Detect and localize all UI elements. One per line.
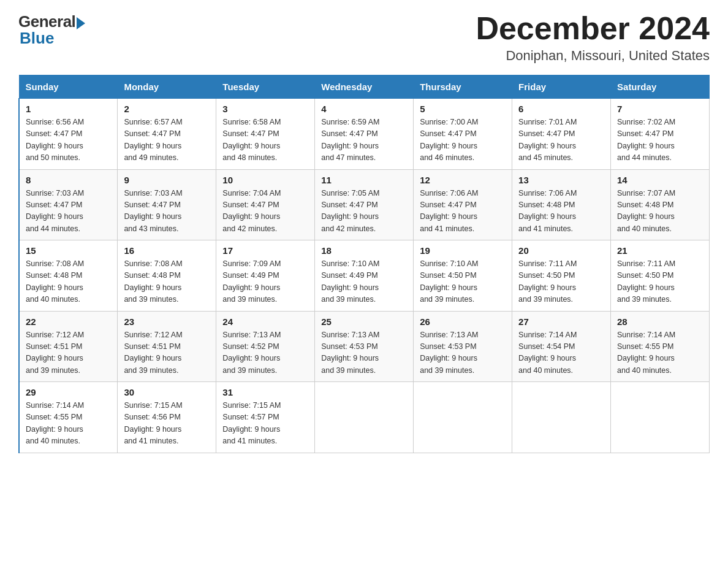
header-friday: Friday [512, 75, 611, 99]
logo-blue-text: Blue [20, 29, 54, 48]
title-section: December 2024 Doniphan, Missouri, United… [476, 12, 710, 64]
day-info: Sunrise: 7:03 AMSunset: 4:47 PMDaylight:… [124, 188, 210, 236]
day-info: Sunrise: 7:15 AMSunset: 4:57 PMDaylight:… [222, 400, 308, 448]
day-number: 23 [124, 316, 210, 327]
day-info: Sunrise: 7:01 AMSunset: 4:47 PMDaylight:… [518, 117, 604, 164]
calendar-header-row: SundayMondayTuesdayWednesdayThursdayFrid… [19, 75, 710, 99]
day-number: 15 [26, 245, 111, 256]
calendar-cell: 7Sunrise: 7:02 AMSunset: 4:47 PMDaylight… [611, 99, 710, 170]
calendar-cell [611, 382, 710, 453]
day-number: 26 [420, 316, 506, 327]
calendar-cell: 15Sunrise: 7:08 AMSunset: 4:48 PMDayligh… [19, 240, 118, 312]
day-info: Sunrise: 6:59 AMSunset: 4:47 PMDaylight:… [321, 117, 407, 164]
calendar-cell: 25Sunrise: 7:13 AMSunset: 4:53 PMDayligh… [315, 311, 414, 382]
calendar-week-row: 1Sunrise: 6:56 AMSunset: 4:47 PMDaylight… [19, 99, 710, 170]
calendar-cell: 30Sunrise: 7:15 AMSunset: 4:56 PMDayligh… [118, 382, 216, 453]
calendar-cell: 6Sunrise: 7:01 AMSunset: 4:47 PMDaylight… [512, 99, 611, 170]
day-info: Sunrise: 7:07 AMSunset: 4:48 PMDaylight:… [617, 188, 703, 236]
day-info: Sunrise: 7:05 AMSunset: 4:47 PMDaylight:… [321, 188, 407, 236]
calendar-week-row: 15Sunrise: 7:08 AMSunset: 4:48 PMDayligh… [19, 240, 710, 312]
day-info: Sunrise: 6:57 AMSunset: 4:47 PMDaylight:… [124, 117, 210, 164]
header-sunday: Sunday [19, 75, 118, 99]
day-number: 14 [617, 175, 703, 185]
day-info: Sunrise: 7:12 AMSunset: 4:51 PMDaylight:… [124, 329, 210, 377]
calendar-cell: 18Sunrise: 7:10 AMSunset: 4:49 PMDayligh… [315, 240, 414, 312]
location: Doniphan, Missouri, United States [476, 48, 710, 64]
calendar-cell: 11Sunrise: 7:05 AMSunset: 4:47 PMDayligh… [315, 169, 414, 240]
calendar-cell: 13Sunrise: 7:06 AMSunset: 4:48 PMDayligh… [512, 169, 611, 240]
header-saturday: Saturday [611, 75, 710, 99]
calendar-cell: 19Sunrise: 7:10 AMSunset: 4:50 PMDayligh… [414, 240, 512, 312]
calendar-cell: 31Sunrise: 7:15 AMSunset: 4:57 PMDayligh… [216, 382, 315, 453]
calendar-week-row: 29Sunrise: 7:14 AMSunset: 4:55 PMDayligh… [19, 382, 710, 453]
day-number: 30 [124, 387, 210, 397]
calendar-cell: 9Sunrise: 7:03 AMSunset: 4:47 PMDaylight… [118, 169, 216, 240]
day-number: 5 [420, 104, 506, 114]
day-number: 3 [222, 104, 308, 114]
day-info: Sunrise: 7:06 AMSunset: 4:47 PMDaylight:… [420, 188, 506, 236]
logo: General Blue [18, 12, 85, 48]
day-number: 31 [222, 387, 308, 397]
day-number: 2 [124, 104, 210, 114]
day-number: 18 [321, 245, 407, 256]
calendar-week-row: 8Sunrise: 7:03 AMSunset: 4:47 PMDaylight… [19, 169, 710, 240]
calendar-cell: 28Sunrise: 7:14 AMSunset: 4:55 PMDayligh… [611, 311, 710, 382]
day-info: Sunrise: 7:14 AMSunset: 4:55 PMDaylight:… [26, 400, 111, 448]
day-number: 27 [518, 316, 604, 327]
calendar-cell: 10Sunrise: 7:04 AMSunset: 4:47 PMDayligh… [216, 169, 315, 240]
day-info: Sunrise: 7:06 AMSunset: 4:48 PMDaylight:… [518, 188, 604, 236]
day-number: 24 [222, 316, 308, 327]
day-info: Sunrise: 7:02 AMSunset: 4:47 PMDaylight:… [617, 117, 703, 164]
day-info: Sunrise: 7:11 AMSunset: 4:50 PMDaylight:… [617, 258, 703, 306]
header-wednesday: Wednesday [315, 75, 414, 99]
calendar-cell: 27Sunrise: 7:14 AMSunset: 4:54 PMDayligh… [512, 311, 611, 382]
calendar-cell [414, 382, 512, 453]
day-number: 20 [518, 245, 604, 256]
day-info: Sunrise: 7:12 AMSunset: 4:51 PMDaylight:… [26, 329, 111, 377]
calendar-cell: 8Sunrise: 7:03 AMSunset: 4:47 PMDaylight… [19, 169, 118, 240]
day-number: 28 [617, 316, 703, 327]
day-number: 9 [124, 175, 210, 185]
day-number: 25 [321, 316, 407, 327]
day-number: 22 [26, 316, 111, 327]
day-info: Sunrise: 6:56 AMSunset: 4:47 PMDaylight:… [26, 117, 111, 164]
day-info: Sunrise: 7:13 AMSunset: 4:52 PMDaylight:… [222, 329, 308, 377]
calendar-cell: 21Sunrise: 7:11 AMSunset: 4:50 PMDayligh… [611, 240, 710, 312]
calendar-cell: 1Sunrise: 6:56 AMSunset: 4:47 PMDaylight… [19, 99, 118, 170]
day-info: Sunrise: 7:13 AMSunset: 4:53 PMDaylight:… [420, 329, 506, 377]
day-number: 17 [222, 245, 308, 256]
calendar-table: SundayMondayTuesdayWednesdayThursdayFrid… [18, 75, 710, 453]
calendar-cell: 23Sunrise: 7:12 AMSunset: 4:51 PMDayligh… [118, 311, 216, 382]
logo-arrow-icon [77, 17, 85, 29]
day-number: 21 [617, 245, 703, 256]
day-number: 7 [617, 104, 703, 114]
day-info: Sunrise: 7:00 AMSunset: 4:47 PMDaylight:… [420, 117, 506, 164]
day-number: 16 [124, 245, 210, 256]
day-info: Sunrise: 7:11 AMSunset: 4:50 PMDaylight:… [518, 258, 604, 306]
day-number: 8 [26, 175, 111, 185]
calendar-cell: 3Sunrise: 6:58 AMSunset: 4:47 PMDaylight… [216, 99, 315, 170]
day-number: 10 [222, 175, 308, 185]
header-tuesday: Tuesday [216, 75, 315, 99]
day-info: Sunrise: 7:13 AMSunset: 4:53 PMDaylight:… [321, 329, 407, 377]
calendar-cell: 16Sunrise: 7:08 AMSunset: 4:48 PMDayligh… [118, 240, 216, 312]
day-info: Sunrise: 7:14 AMSunset: 4:55 PMDaylight:… [617, 329, 703, 377]
day-info: Sunrise: 6:58 AMSunset: 4:47 PMDaylight:… [222, 117, 308, 164]
calendar-cell: 12Sunrise: 7:06 AMSunset: 4:47 PMDayligh… [414, 169, 512, 240]
calendar-week-row: 22Sunrise: 7:12 AMSunset: 4:51 PMDayligh… [19, 311, 710, 382]
day-info: Sunrise: 7:08 AMSunset: 4:48 PMDaylight:… [26, 258, 111, 306]
day-number: 11 [321, 175, 407, 185]
day-number: 12 [420, 175, 506, 185]
day-info: Sunrise: 7:09 AMSunset: 4:49 PMDaylight:… [222, 258, 308, 306]
day-number: 6 [518, 104, 604, 114]
calendar-cell: 24Sunrise: 7:13 AMSunset: 4:52 PMDayligh… [216, 311, 315, 382]
calendar-cell: 2Sunrise: 6:57 AMSunset: 4:47 PMDaylight… [118, 99, 216, 170]
day-info: Sunrise: 7:10 AMSunset: 4:49 PMDaylight:… [321, 258, 407, 306]
page-header: General Blue December 2024 Doniphan, Mis… [18, 12, 710, 64]
day-info: Sunrise: 7:10 AMSunset: 4:50 PMDaylight:… [420, 258, 506, 306]
day-info: Sunrise: 7:15 AMSunset: 4:56 PMDaylight:… [124, 400, 210, 448]
day-number: 29 [26, 387, 111, 397]
day-number: 1 [26, 104, 111, 114]
day-info: Sunrise: 7:04 AMSunset: 4:47 PMDaylight:… [222, 188, 308, 236]
calendar-cell: 14Sunrise: 7:07 AMSunset: 4:48 PMDayligh… [611, 169, 710, 240]
